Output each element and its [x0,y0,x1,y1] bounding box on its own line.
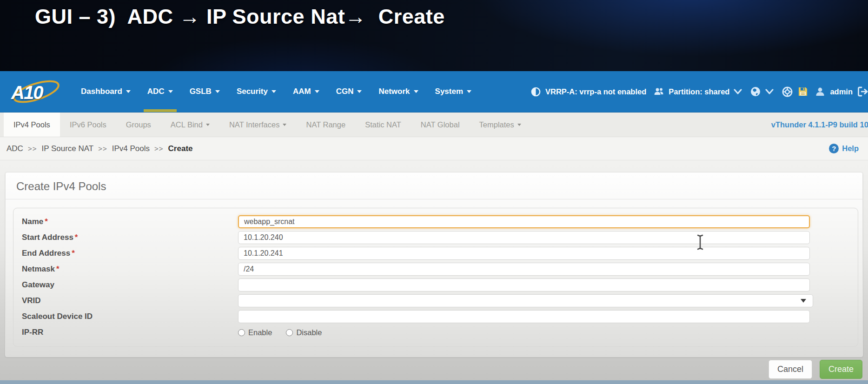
ip-rr-disable-option: Disable [286,328,322,337]
form-fieldbox: Name* Start Address* End Address* Netmas… [13,208,858,347]
chevron-down-icon [215,90,220,93]
vrid-select-wrap [238,294,813,307]
breadcrumb-separator: >> [98,145,107,152]
chevron-down-icon [357,90,362,93]
tab-ipv4-pools[interactable]: IPv4 Pools [4,113,60,137]
menu-aam[interactable]: AAM [293,71,319,113]
partition-label[interactable]: Partition: shared [669,87,729,96]
end-address-input[interactable] [238,247,810,260]
page-content: Create IPv4 Pools Name* Start Address* E… [0,160,868,384]
tab-nat-range[interactable]: NAT Range [296,113,355,137]
language-globe-icon[interactable] [750,86,761,97]
start-address-label: Start Address* [22,233,238,242]
chevron-down-icon [168,90,173,93]
breadcrumb-separator: >> [154,145,164,152]
form-row-end-address: End Address* [22,247,858,260]
breadcrumb-adc[interactable]: ADC [7,144,23,153]
chevron-down-icon [315,90,319,93]
help-label: Help [842,144,859,153]
user-avatar-icon [815,86,826,97]
divider [6,199,862,199]
netmask-label: Netmask* [22,265,238,274]
name-label: Name* [22,217,238,226]
bottom-strip [0,380,868,384]
chevron-down-icon [272,90,276,93]
navbar-status-cluster: VRRP-A: vrrp-a not enabled Partition: sh… [530,86,863,98]
form-row-scaleout-device-id: Scaleout Device ID [22,310,858,323]
menu-cgn[interactable]: CGN [336,71,362,113]
required-mark: * [72,249,75,258]
slide-header: GUI – 3) ADC → IP Source Nat→ Create [0,0,868,71]
menu-system[interactable]: System [435,71,471,113]
vrrp-status-label: VRRP-A: vrrp-a not enabled [545,87,646,96]
tab-ipv6-pools[interactable]: IPv6 Pools [60,113,116,137]
name-input[interactable] [238,215,810,228]
chevron-down-icon [283,124,286,126]
menu-security[interactable]: Security [237,71,276,113]
breadcrumb-ip-source-nat[interactable]: IP Source NAT [41,144,93,153]
required-mark: * [56,265,60,273]
top-navbar: A10 Dashboard ADC GSLB Security AAM CGN … [0,71,868,113]
tab-groups[interactable]: Groups [116,113,161,137]
ip-rr-enable-radio[interactable] [238,329,245,336]
ip-rr-enable-option: Enable [238,328,272,337]
ip-rr-radio-group: Enable Disable [238,328,322,337]
slide-title: GUI – 3) ADC → IP Source Nat→ Create [35,5,445,29]
chevron-down-icon [126,90,131,93]
chevron-down-icon [414,90,418,93]
vrid-select[interactable] [238,294,813,307]
admin-username-label[interactable]: admin [830,87,853,96]
vrid-label: VRID [22,296,238,305]
page-title: Create IPv4 Pools [6,172,862,199]
save-config-icon[interactable] [797,86,808,97]
chevron-down-icon [467,90,471,93]
create-ipv4-pools-panel: Create IPv4 Pools Name* Start Address* E… [5,172,863,357]
form-row-start-address: Start Address* [22,231,858,244]
breadcrumb: ADC >> IP Source NAT >> IPv4 Pools >> Cr… [0,137,868,160]
end-address-label: End Address* [22,249,238,258]
breadcrumb-create: Create [168,144,193,153]
required-mark: * [45,217,48,226]
breadcrumb-ipv4-pools[interactable]: IPv4 Pools [112,144,150,153]
ip-rr-disable-label: Disable [296,328,322,337]
tab-nat-interfaces[interactable]: NAT Interfaces [219,113,297,137]
create-button[interactable]: Create [820,360,862,379]
partition-chevron-icon[interactable] [734,88,742,95]
form-row-gateway: Gateway [22,278,858,291]
cancel-button[interactable]: Cancel [769,360,812,379]
support-lifering-icon[interactable] [782,86,793,98]
tab-static-nat[interactable]: Static NAT [355,113,411,137]
form-row-name: Name* [22,215,858,228]
main-menu: Dashboard ADC GSLB Security AAM CGN Netw… [81,71,471,113]
chevron-down-icon [206,124,210,126]
menu-network[interactable]: Network [378,71,418,113]
tab-acl-bind[interactable]: ACL Bind [161,113,219,137]
vrrp-status-icon [530,86,541,97]
menu-gslb[interactable]: GSLB [190,71,220,113]
gateway-input[interactable] [238,278,810,291]
gateway-label: Gateway [22,280,238,290]
form-actions: Cancel Create [769,360,862,379]
logo-text: A10 [11,82,42,103]
ip-rr-disable-radio[interactable] [286,329,293,336]
scaleout-device-id-input[interactable] [238,310,810,323]
form-row-vrid: VRID [22,294,858,307]
ip-rr-enable-label: Enable [248,328,272,337]
a10-logo[interactable]: A10 [7,75,63,108]
tab-templates[interactable]: Templates [470,113,531,137]
scaleout-device-id-label: Scaleout Device ID [22,312,238,321]
menu-adc[interactable]: ADC [147,71,173,113]
help-link[interactable]: ? Help [829,144,859,153]
start-address-input[interactable] [238,231,810,244]
logout-icon[interactable] [857,86,868,97]
tab-nat-global[interactable]: NAT Global [411,113,470,137]
version-label: vThunder 4.1.1-P9 build 105 [771,113,868,137]
form-row-netmask: Netmask* [22,263,858,276]
globe-chevron-icon[interactable] [765,88,774,95]
menu-dashboard[interactable]: Dashboard [81,71,131,113]
breadcrumb-separator: >> [28,145,37,152]
netmask-input[interactable] [238,263,810,276]
ip-rr-label: IP-RR [22,328,238,337]
form-row-ip-rr: IP-RR Enable Disable [22,326,858,339]
required-mark: * [75,233,78,242]
